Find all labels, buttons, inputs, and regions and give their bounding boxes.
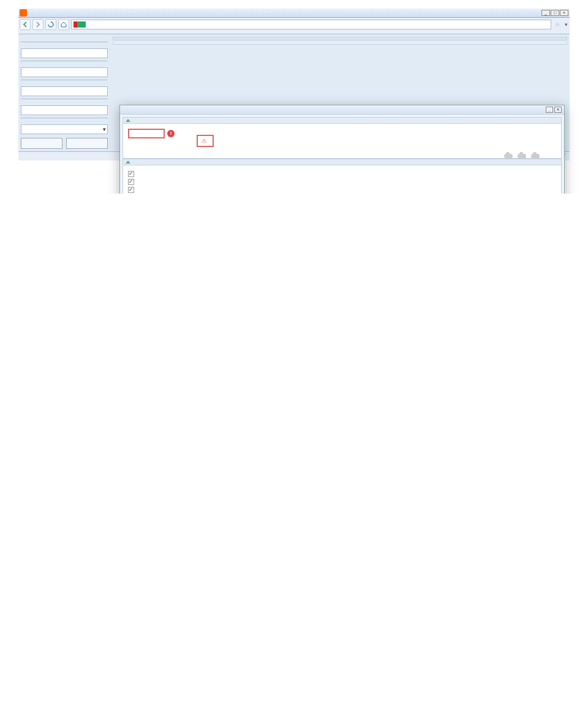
- main-panel: _ × !: [110, 34, 570, 151]
- section-header-id[interactable]: [123, 117, 562, 124]
- dropdown-chevron-icon[interactable]: ▾: [564, 21, 568, 28]
- home-button[interactable]: [58, 19, 69, 30]
- input-request-id-field[interactable]: [128, 129, 165, 138]
- embedded-screenshot: _ □ × ☆ ▾: [18, 9, 570, 161]
- dialog-close-button[interactable]: ×: [554, 107, 562, 113]
- input-name[interactable]: [21, 67, 108, 77]
- collapse-icon: [126, 119, 130, 122]
- back-button[interactable]: [20, 19, 31, 30]
- minimize-button[interactable]: _: [541, 10, 550, 16]
- firefox-icon: [20, 9, 27, 17]
- checkbox-cond1[interactable]: [128, 171, 134, 177]
- search-button[interactable]: [21, 138, 62, 149]
- dialog-titlebar: _ ×: [120, 105, 564, 115]
- search-sidebar: ▾: [18, 34, 110, 151]
- maximize-button[interactable]: □: [551, 10, 559, 16]
- reload-button[interactable]: [45, 19, 56, 30]
- forward-button[interactable]: [32, 19, 43, 30]
- close-button[interactable]: ×: [560, 10, 568, 16]
- input-association-id[interactable]: [21, 105, 108, 115]
- address-bar[interactable]: [71, 20, 551, 29]
- collapse-icon: [126, 161, 130, 164]
- new-request-dialog: _ × !: [119, 105, 565, 194]
- checkbox-cond2[interactable]: [128, 179, 134, 185]
- error-tooltip: [197, 135, 214, 147]
- clear-button[interactable]: [66, 138, 108, 149]
- nav-toolbar: ☆ ▾: [18, 18, 570, 31]
- cloud-icon: [518, 154, 526, 159]
- site-identity-icon: [74, 21, 86, 28]
- weather-wed: [530, 154, 540, 159]
- window-titlebar: _ □ ×: [18, 9, 570, 18]
- weather-tue: [516, 154, 526, 159]
- list-toolbar: [113, 42, 567, 45]
- dialog-minimize-button[interactable]: _: [546, 107, 553, 113]
- input-request-id[interactable]: [21, 48, 108, 58]
- input-federation-id[interactable]: [21, 86, 108, 96]
- cloud-icon: [531, 154, 540, 159]
- combo-status[interactable]: ▾: [21, 124, 108, 134]
- checkbox-cond3[interactable]: [128, 187, 134, 193]
- weather-now: [503, 154, 513, 159]
- list-title: [113, 37, 567, 40]
- cloud-icon: [504, 154, 513, 159]
- error-icon: !: [167, 130, 175, 137]
- bookmark-star-icon[interactable]: ☆: [553, 21, 562, 28]
- chevron-down-icon: ▾: [103, 126, 106, 132]
- section-header-eligibility[interactable]: [123, 159, 562, 165]
